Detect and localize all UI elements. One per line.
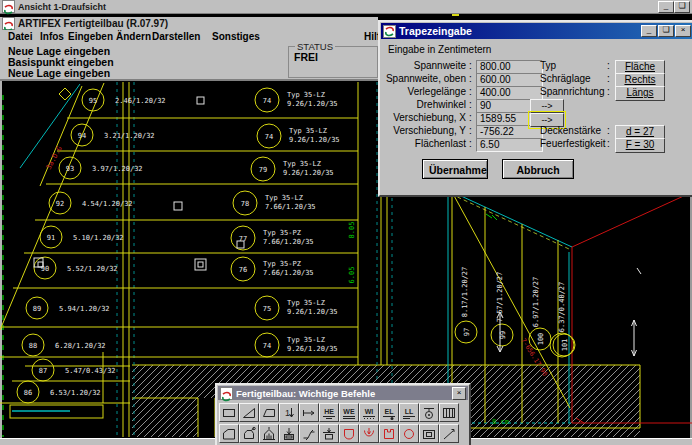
maximize-button[interactable]: ❏ bbox=[674, 1, 690, 13]
menu-sonstiges[interactable]: Sonstiges bbox=[212, 31, 260, 42]
svg-text:WE: WE bbox=[343, 408, 355, 415]
menu-aendern[interactable]: Ändern bbox=[116, 31, 151, 42]
rectangle-slab-button[interactable] bbox=[219, 403, 239, 422]
dialog-close-button[interactable]: × bbox=[675, 25, 691, 37]
dialog-titlebar[interactable]: Trapezeingabe _ ❏ × bbox=[381, 23, 692, 39]
he-command-button[interactable]: HE bbox=[319, 403, 339, 422]
trapezeingabe-dialog[interactable]: Trapezeingabe _ ❏ × Eingabe in Zentimete… bbox=[378, 20, 692, 197]
svg-text:9.26/1.20/35: 9.26/1.20/35 bbox=[283, 169, 334, 177]
rotate-arrow-button[interactable]: --> bbox=[530, 99, 564, 113]
svg-text:101: 101 bbox=[561, 339, 569, 352]
toolbar-window[interactable]: Fertigteilbau: Wichtige Befehle × 1 HE W… bbox=[215, 383, 471, 445]
svg-text:86: 86 bbox=[24, 389, 32, 397]
right-positions: 74 Typ 35-LZ9.26/1.20/35 74 Typ 35-LZ9.2… bbox=[231, 88, 340, 357]
we-command-button[interactable]: WE bbox=[339, 403, 359, 422]
svg-text:91: 91 bbox=[47, 234, 55, 242]
polygon-slab-button[interactable] bbox=[219, 424, 239, 443]
slab-dimension-button[interactable] bbox=[319, 424, 339, 443]
toolbar-title: Fertigteilbau: Wichtige Befehle bbox=[236, 388, 375, 399]
artifex-logo-icon bbox=[220, 387, 233, 400]
svg-text:9.26/1.20/35: 9.26/1.20/35 bbox=[287, 100, 338, 108]
svg-text:6.97/1.20/27: 6.97/1.20/27 bbox=[532, 277, 540, 328]
svg-text:87: 87 bbox=[39, 367, 47, 375]
el-command-button[interactable]: EL bbox=[379, 403, 399, 422]
red-notch-button[interactable] bbox=[379, 424, 399, 443]
abbruch-button[interactable]: Abbruch bbox=[502, 159, 574, 179]
toolbar-titlebar[interactable]: Fertigteilbau: Wichtige Befehle × bbox=[218, 386, 468, 400]
svg-text:100: 100 bbox=[537, 333, 545, 346]
svg-text:95: 95 bbox=[89, 97, 97, 105]
artifex-logo-icon bbox=[2, 17, 15, 30]
menu-eingeben[interactable]: Eingeben bbox=[68, 31, 113, 42]
svg-text:7.66/1.20/35: 7.66/1.20/35 bbox=[265, 203, 316, 211]
triangle-slab-button[interactable] bbox=[239, 403, 259, 422]
svg-text:7.66/1.20/35: 7.66/1.20/35 bbox=[263, 238, 314, 246]
message-line: Neue Lage eingeben bbox=[8, 67, 110, 79]
ll-command-button[interactable]: LL bbox=[399, 403, 419, 422]
panel-labels: 8.17/1.20/27 7.57/1.20/27 6.97/1.20/27 6… bbox=[455, 267, 575, 357]
svg-text:8.05: 8.05 bbox=[348, 222, 356, 239]
diagonal-line-button[interactable] bbox=[439, 424, 459, 443]
uebernahme-button[interactable]: Übernahme bbox=[422, 159, 488, 179]
dialog-maximize-button[interactable]: ❏ bbox=[658, 25, 674, 37]
flaechenlast-input[interactable]: 6.50 bbox=[476, 138, 543, 152]
app-title: ARTIFEX Fertigteilbau (R.07.97) bbox=[18, 18, 168, 29]
toolbar-row-2 bbox=[219, 424, 459, 443]
spannweite-oben-input[interactable]: 600.00 bbox=[476, 73, 543, 87]
menu-datei[interactable]: Datei bbox=[8, 31, 32, 42]
dialog-minimize-button[interactable]: _ bbox=[641, 25, 657, 37]
red-pocket-button[interactable] bbox=[359, 424, 379, 443]
svg-text:97: 97 bbox=[463, 328, 471, 336]
svg-text:88: 88 bbox=[29, 342, 37, 350]
svg-text:5.10/1.20/32: 5.10/1.20/32 bbox=[73, 234, 124, 242]
svg-text:8.17/1.20/27: 8.17/1.20/27 bbox=[461, 267, 469, 318]
feuerfestigkeit-button[interactable]: F = 30 bbox=[615, 138, 665, 153]
point-marker-button[interactable] bbox=[419, 403, 439, 422]
spannrichtung-button[interactable]: Längs bbox=[615, 86, 665, 101]
colon: : bbox=[469, 86, 472, 97]
colon: : bbox=[469, 99, 472, 110]
menu-darstellen[interactable]: Darstellen bbox=[152, 31, 200, 42]
canvas-left-edge bbox=[0, 81, 2, 438]
svg-text:9.26/1.20/35: 9.26/1.20/35 bbox=[289, 136, 340, 144]
svg-text:74: 74 bbox=[265, 133, 273, 141]
frame-in-frame-button[interactable] bbox=[419, 424, 439, 443]
left-positions: 95 2.46/1.20/32 94 3.21/1.20/32 93 3.97/… bbox=[17, 89, 166, 403]
svg-text:5.94/1.20/32: 5.94/1.20/32 bbox=[59, 305, 110, 313]
wi-command-button[interactable]: WI bbox=[359, 403, 379, 422]
z-profile-button[interactable] bbox=[299, 424, 319, 443]
red-circle-button[interactable] bbox=[399, 424, 419, 443]
svg-text:75: 75 bbox=[263, 305, 271, 313]
artifex-logo-icon bbox=[383, 25, 396, 38]
trapezoid-slab-button[interactable] bbox=[259, 403, 279, 422]
red-panel-button[interactable] bbox=[339, 424, 359, 443]
view-window-titlebar[interactable]: Ansicht 1-Draufsicht _ ❏ bbox=[0, 0, 692, 14]
colon: : bbox=[607, 60, 610, 71]
app-titlebar[interactable]: ARTIFEX Fertigteilbau (R.07.97) bbox=[0, 17, 378, 31]
spannweite-input[interactable]: 800.00 bbox=[476, 60, 543, 74]
minimize-button[interactable]: _ bbox=[658, 1, 674, 13]
svg-text:Typ 35-LZ: Typ 35-LZ bbox=[289, 127, 327, 135]
svg-text:EL: EL bbox=[385, 408, 395, 415]
toolbar-close-button[interactable]: × bbox=[452, 387, 466, 400]
menu-infos[interactable]: Infos bbox=[40, 31, 64, 42]
spannrichtung-label: Spannrichtung bbox=[540, 86, 604, 97]
svg-text:Typ 35-LZ: Typ 35-LZ bbox=[287, 299, 325, 307]
column-grid-button[interactable] bbox=[439, 403, 459, 422]
polygon-opening-button[interactable] bbox=[239, 424, 259, 443]
svg-text:4.54/1.20/32: 4.54/1.20/32 bbox=[82, 200, 133, 208]
svg-text:3.97/1.20/32: 3.97/1.20/32 bbox=[92, 165, 143, 173]
svg-text:90: 90 bbox=[41, 265, 49, 273]
verlegelaenge-input[interactable]: 400.00 bbox=[476, 86, 543, 100]
dialog-title: Trapezeingabe bbox=[399, 25, 472, 37]
slab-insert-button[interactable] bbox=[279, 424, 299, 443]
spannweite-oben-label: Spannweite, oben bbox=[382, 73, 466, 84]
horizontal-dimension-button[interactable] bbox=[299, 403, 319, 422]
svg-text:Typ 35-LZ: Typ 35-LZ bbox=[287, 336, 325, 344]
svg-text:9.26/1.20/35: 9.26/1.20/35 bbox=[287, 308, 338, 316]
feuerfestigkeit-label: Feuerfestigkeit bbox=[540, 138, 604, 149]
vertical-dimension-button[interactable]: 1 bbox=[279, 403, 299, 422]
svg-text:2.46/1.20/32: 2.46/1.20/32 bbox=[115, 97, 166, 105]
verschiebung-y-input[interactable]: -756.22 bbox=[476, 125, 543, 139]
roof-section-button[interactable] bbox=[259, 424, 279, 443]
